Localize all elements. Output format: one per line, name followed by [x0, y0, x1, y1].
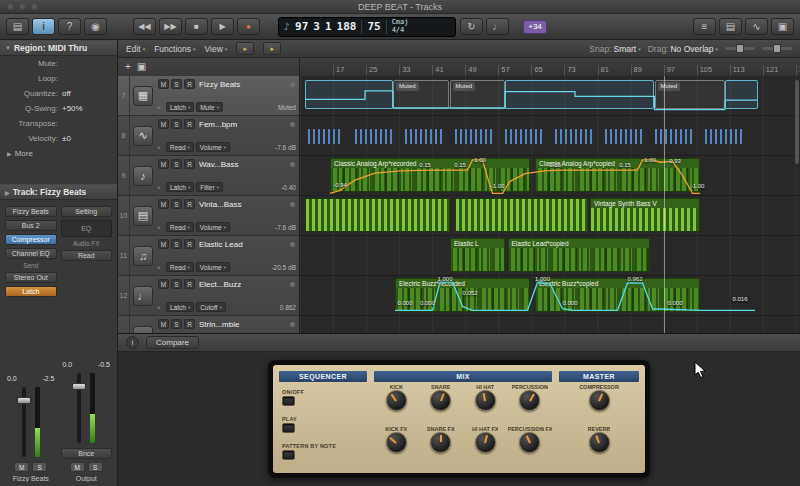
track-header[interactable]: 7▦MSRFizzy Beats▸Latch▾Mute▾Muted: [118, 76, 299, 116]
record-enable-button[interactable]: R: [184, 79, 195, 89]
midi-region[interactable]: Vintage Synth Bass V: [590, 198, 700, 232]
cycle-icon[interactable]: ↻: [460, 18, 483, 35]
track-on-off-dot[interactable]: [290, 242, 295, 247]
region-parameter[interactable]: Q-Swing:+50%: [0, 101, 117, 116]
volume-value[interactable]: -0.5: [98, 361, 110, 368]
record-enable-button[interactable]: R: [184, 319, 195, 329]
track-name[interactable]: Fizzy Beats: [199, 80, 288, 89]
mute-button[interactable]: M: [158, 79, 169, 89]
audio-waveform-ticks[interactable]: [405, 129, 445, 144]
audio-waveform-ticks[interactable]: [355, 129, 395, 144]
automation-param-dropdown[interactable]: Volume▾: [196, 262, 230, 272]
solo-button[interactable]: S: [171, 239, 182, 249]
audio-waveform-ticks[interactable]: [555, 129, 595, 144]
snap-dropdown[interactable]: Snap: Smart▾: [589, 44, 640, 54]
solo-button[interactable]: S: [171, 199, 182, 209]
pan-value[interactable]: 0.0: [63, 361, 73, 368]
track-icon-drum-machine[interactable]: ▦: [130, 76, 156, 115]
mute-button[interactable]: M: [158, 319, 169, 329]
audio-waveform-ticks[interactable]: [605, 129, 645, 144]
fx-slot-channel-eq[interactable]: Channel EQ: [5, 248, 57, 259]
region-parameter[interactable]: Mute:: [0, 56, 117, 71]
audio-waveform-ticks[interactable]: [505, 129, 545, 144]
fader-cap[interactable]: [17, 397, 31, 404]
list-editors-icon[interactable]: ≡: [693, 18, 716, 35]
automation-curve[interactable]: [300, 76, 800, 115]
midi-region[interactable]: Elastic L: [450, 238, 505, 272]
automation-mode-dropdown[interactable]: Latch▾: [166, 102, 194, 112]
kick-fx-knob[interactable]: [386, 432, 407, 453]
fader-cap[interactable]: [72, 383, 86, 390]
automation-disclosure[interactable]: ▸: [158, 224, 164, 230]
bounce-button[interactable]: Bnce: [61, 448, 113, 459]
snare-fx-knob[interactable]: [430, 432, 451, 453]
lcd-bar[interactable]: 97: [295, 20, 308, 33]
automation-disclosure[interactable]: ▸: [158, 304, 164, 310]
lcd-tick[interactable]: 188: [337, 20, 357, 33]
record-enable-button[interactable]: R: [184, 239, 195, 249]
volume-fader[interactable]: [77, 373, 81, 443]
track-icon-strings[interactable]: ♬: [130, 316, 156, 333]
automation-param-dropdown[interactable]: Cutoff▾: [196, 302, 226, 312]
vertical-scrollbar[interactable]: [795, 80, 799, 164]
mute-button[interactable]: M: [70, 462, 85, 472]
snare-knob[interactable]: [430, 390, 451, 411]
track-name[interactable]: Vinta...Bass: [199, 200, 288, 209]
region-parameter[interactable]: Transpose:: [0, 116, 117, 131]
apple-loops-icon[interactable]: ∿: [745, 18, 768, 35]
compressor-knob[interactable]: [589, 390, 610, 411]
drag-dropdown[interactable]: Drag: No Overlap▾: [648, 44, 718, 54]
track-on-off-dot[interactable]: [290, 162, 295, 167]
horizontal-zoom-slider[interactable]: [725, 47, 755, 50]
new-track-stack-button[interactable]: ▣: [137, 62, 146, 72]
automation-disclosure[interactable]: ▸: [158, 264, 164, 270]
close-window-button[interactable]: [7, 3, 14, 10]
track-name[interactable]: Fem...bpm: [199, 120, 288, 129]
solo-button[interactable]: S: [171, 279, 182, 289]
midi-region[interactable]: Elastic Lead*copied: [508, 238, 651, 272]
eq-thumbnail[interactable]: EQ: [61, 220, 113, 237]
track-name[interactable]: Strin...mble: [199, 320, 288, 329]
on-off-button[interactable]: [282, 396, 295, 406]
record-enable-button[interactable]: R: [184, 159, 195, 169]
track-header[interactable]: 8∿MSRFem...bpm▸Read▾Volume▾-7.6 dB: [118, 116, 299, 156]
record-enable-button[interactable]: R: [184, 119, 195, 129]
mute-button[interactable]: M: [158, 239, 169, 249]
hi-hat-knob[interactable]: [475, 390, 496, 411]
automation-mode-button-read[interactable]: Read: [61, 250, 113, 261]
info-icon[interactable]: i: [126, 336, 139, 349]
audio-waveform-ticks[interactable]: [655, 129, 695, 144]
edit-menu[interactable]: Edit▾: [126, 44, 145, 54]
library-icon[interactable]: ▤: [6, 18, 29, 35]
compare-button[interactable]: Compare: [146, 336, 199, 349]
record-enable-button[interactable]: R: [184, 199, 195, 209]
automation-mode-dropdown[interactable]: Read▾: [166, 142, 194, 152]
track-name[interactable]: Elect...Buzz: [199, 280, 288, 289]
volume-value[interactable]: -2.5: [42, 375, 54, 382]
add-track-button[interactable]: +: [125, 62, 131, 72]
setting-button[interactable]: Setting: [61, 206, 113, 217]
automation-disclosure[interactable]: ▸: [158, 104, 164, 110]
midi-region[interactable]: [455, 198, 588, 232]
pattern-by-note-button[interactable]: [282, 450, 295, 460]
view-menu[interactable]: View▾: [205, 44, 228, 54]
stop-button[interactable]: ■: [185, 18, 208, 35]
mute-button[interactable]: M: [158, 279, 169, 289]
functions-menu[interactable]: Functions▾: [154, 44, 195, 54]
audio-waveform-ticks[interactable]: [705, 129, 745, 144]
lcd-display[interactable]: ♪ 97 3 1 188 75 Cmaj 4/4: [278, 17, 456, 37]
forward-button[interactable]: ▶▶: [159, 18, 182, 35]
track-header[interactable]: 12♩MSRElect...Buzz▸Latch▾Cutoff▾0.862: [118, 276, 299, 316]
pan-value[interactable]: 0.0: [7, 375, 17, 382]
solo-button[interactable]: S: [171, 119, 182, 129]
play-button[interactable]: ▶: [211, 18, 234, 35]
track-icon-buzz-synth[interactable]: ♩: [130, 276, 156, 315]
percussion-fx-knob[interactable]: [519, 432, 540, 453]
track-header[interactable]: 11♫MSRElastic Lead▸Read▾Volume▾-20.5 dB: [118, 236, 299, 276]
region-parameter[interactable]: Loop:: [0, 71, 117, 86]
automation-mode-dropdown[interactable]: Latch▾: [166, 182, 194, 192]
record-enable-button[interactable]: R: [184, 279, 195, 289]
playhead[interactable]: [664, 76, 665, 333]
lcd-time-signature[interactable]: 4/4: [392, 27, 409, 34]
command-tool-dropdown[interactable]: ▸: [263, 42, 281, 55]
